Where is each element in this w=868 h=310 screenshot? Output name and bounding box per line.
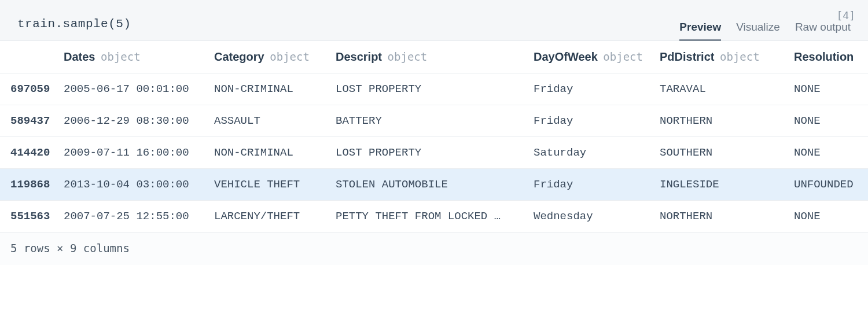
table-row[interactable]: 4144202009-07-11 16:00:00NON-CRIMINALLOS…	[0, 137, 868, 169]
cell-dates: 2006-12-29 08:30:00	[64, 105, 214, 137]
cell-dates: 2005-06-17 00:01:00	[64, 73, 214, 105]
tab-raw-output[interactable]: Raw output	[795, 17, 851, 40]
cell-descript: STOLEN AUTOMOBILE	[336, 169, 534, 201]
cell-descript: LOST PROPERTY	[336, 137, 534, 169]
tab-visualize[interactable]: Visualize	[736, 17, 780, 40]
cell-dates: 2013-10-04 03:00:00	[64, 169, 214, 201]
cell-category: ASSAULT	[214, 105, 336, 137]
col-header-descript[interactable]: Descript object	[336, 41, 534, 73]
cell-pddistrict: TARAVAL	[660, 73, 794, 105]
col-header-dates[interactable]: Dates object	[64, 41, 214, 73]
index-cell: 589437	[0, 105, 64, 137]
cell-pddistrict: NORTHERN	[660, 105, 794, 137]
cell-descript: PETTY THEFT FROM LOCKED …	[336, 201, 534, 232]
cell-category: NON-CRIMINAL	[214, 137, 336, 169]
cell-dayofweek: Friday	[534, 73, 660, 105]
col-header-pddistrict[interactable]: PdDistrict object	[660, 41, 794, 73]
cell-dayofweek: Friday	[534, 169, 660, 201]
col-name: Resolution	[794, 50, 854, 63]
index-cell: 414420	[0, 137, 64, 169]
col-header-dayofweek[interactable]: DayOfWeek object	[534, 41, 660, 73]
col-header-resolution[interactable]: Resolution	[794, 41, 868, 73]
cell-descript: BATTERY	[336, 105, 534, 137]
index-cell: 697059	[0, 73, 64, 105]
col-name: PdDistrict	[660, 50, 714, 63]
cell-dates: 2007-07-25 12:55:00	[64, 201, 214, 232]
cell-resolution: NONE	[794, 73, 868, 105]
cell-resolution: NONE	[794, 137, 868, 169]
index-cell: 119868	[0, 169, 64, 201]
col-dtype: object	[720, 50, 760, 63]
col-dtype: object	[603, 50, 643, 63]
cell-pddistrict: NORTHERN	[660, 201, 794, 232]
cell-resolution: UNFOUNDED	[794, 169, 868, 201]
table-row[interactable]: 5515632007-07-25 12:55:00LARCENY/THEFTPE…	[0, 201, 868, 232]
cell-category: VEHICLE THEFT	[214, 169, 336, 201]
table-row[interactable]: 1198682013-10-04 03:00:00VEHICLE THEFTST…	[0, 169, 868, 201]
cell-pddistrict: INGLESIDE	[660, 169, 794, 201]
cell-dayofweek: Wednesday	[534, 201, 660, 232]
header-row: Dates object Category object Descript ob…	[0, 41, 868, 73]
col-name: Dates	[64, 50, 95, 63]
col-name: Descript	[336, 50, 382, 63]
cell-dayofweek: Saturday	[534, 137, 660, 169]
index-cell: 551563	[0, 201, 64, 232]
table-row[interactable]: 6970592005-06-17 00:01:00NON-CRIMINALLOS…	[0, 73, 868, 105]
cell-pddistrict: SOUTHERN	[660, 137, 794, 169]
index-header	[0, 41, 64, 73]
dataframe-table: Dates object Category object Descript ob…	[0, 41, 868, 232]
cell-dates: 2009-07-11 16:00:00	[64, 137, 214, 169]
col-header-category[interactable]: Category object	[214, 41, 336, 73]
col-dtype: object	[388, 50, 428, 63]
col-name: Category	[214, 50, 264, 63]
col-dtype: object	[270, 50, 310, 63]
cell-category: NON-CRIMINAL	[214, 73, 336, 105]
tab-preview[interactable]: Preview	[679, 17, 721, 41]
cell-category: LARCENY/THEFT	[214, 201, 336, 232]
cell-descript: LOST PROPERTY	[336, 73, 534, 105]
col-name: DayOfWeek	[534, 50, 598, 63]
dataframe-output: Dates object Category object Descript ob…	[0, 41, 868, 232]
cell-resolution: NONE	[794, 201, 868, 232]
table-row[interactable]: 5894372006-12-29 08:30:00ASSAULTBATTERYF…	[0, 105, 868, 137]
code-input[interactable]: train.sample(5)	[17, 8, 131, 31]
cell-resolution: NONE	[794, 105, 868, 137]
cell-dayofweek: Friday	[534, 105, 660, 137]
dataframe-shape: 5 rows × 9 columns	[0, 232, 868, 265]
col-dtype: object	[101, 50, 141, 63]
